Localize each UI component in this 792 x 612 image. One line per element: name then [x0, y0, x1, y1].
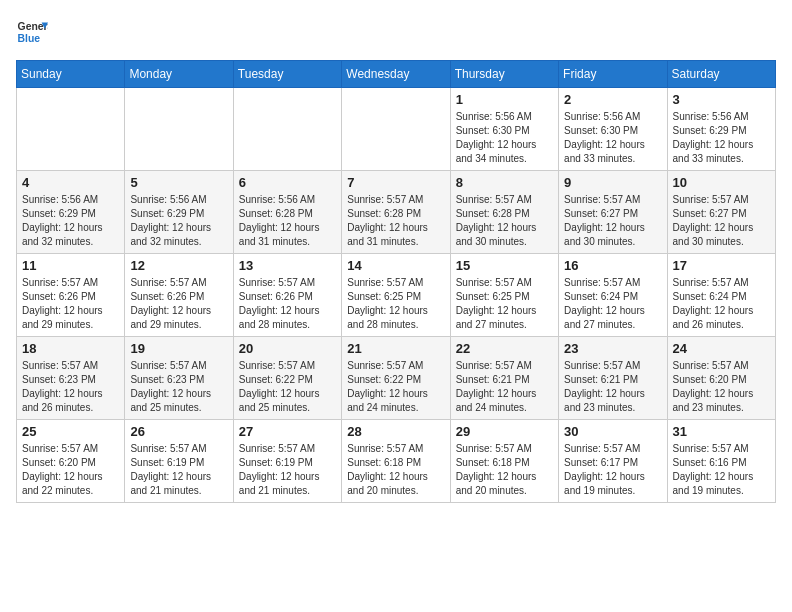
cell-content-day-30: 30Sunrise: 5:57 AMSunset: 6:17 PMDayligh…	[564, 424, 661, 498]
day-number: 30	[564, 424, 661, 439]
day-number: 15	[456, 258, 553, 273]
day-info: Sunrise: 5:57 AMSunset: 6:27 PMDaylight:…	[564, 193, 661, 249]
calendar-cell: 9Sunrise: 5:57 AMSunset: 6:27 PMDaylight…	[559, 171, 667, 254]
header-day-sunday: Sunday	[17, 61, 125, 88]
day-number: 31	[673, 424, 770, 439]
cell-content-day-21: 21Sunrise: 5:57 AMSunset: 6:22 PMDayligh…	[347, 341, 444, 415]
calendar-cell: 23Sunrise: 5:57 AMSunset: 6:21 PMDayligh…	[559, 337, 667, 420]
day-number: 18	[22, 341, 119, 356]
cell-content-day-31: 31Sunrise: 5:57 AMSunset: 6:16 PMDayligh…	[673, 424, 770, 498]
calendar-week-2: 4Sunrise: 5:56 AMSunset: 6:29 PMDaylight…	[17, 171, 776, 254]
day-number: 26	[130, 424, 227, 439]
day-info: Sunrise: 5:57 AMSunset: 6:26 PMDaylight:…	[130, 276, 227, 332]
calendar-cell	[125, 88, 233, 171]
day-info: Sunrise: 5:57 AMSunset: 6:19 PMDaylight:…	[130, 442, 227, 498]
calendar-cell: 28Sunrise: 5:57 AMSunset: 6:18 PMDayligh…	[342, 420, 450, 503]
day-info: Sunrise: 5:57 AMSunset: 6:28 PMDaylight:…	[347, 193, 444, 249]
calendar-cell: 14Sunrise: 5:57 AMSunset: 6:25 PMDayligh…	[342, 254, 450, 337]
cell-content-day-24: 24Sunrise: 5:57 AMSunset: 6:20 PMDayligh…	[673, 341, 770, 415]
cell-content-day-23: 23Sunrise: 5:57 AMSunset: 6:21 PMDayligh…	[564, 341, 661, 415]
calendar-cell: 10Sunrise: 5:57 AMSunset: 6:27 PMDayligh…	[667, 171, 775, 254]
day-info: Sunrise: 5:57 AMSunset: 6:18 PMDaylight:…	[347, 442, 444, 498]
calendar-table: SundayMondayTuesdayWednesdayThursdayFrid…	[16, 60, 776, 503]
header-day-friday: Friday	[559, 61, 667, 88]
day-number: 8	[456, 175, 553, 190]
day-number: 5	[130, 175, 227, 190]
day-number: 24	[673, 341, 770, 356]
cell-content-day-8: 8Sunrise: 5:57 AMSunset: 6:28 PMDaylight…	[456, 175, 553, 249]
day-info: Sunrise: 5:56 AMSunset: 6:29 PMDaylight:…	[22, 193, 119, 249]
calendar-cell: 19Sunrise: 5:57 AMSunset: 6:23 PMDayligh…	[125, 337, 233, 420]
day-info: Sunrise: 5:57 AMSunset: 6:17 PMDaylight:…	[564, 442, 661, 498]
calendar-cell: 3Sunrise: 5:56 AMSunset: 6:29 PMDaylight…	[667, 88, 775, 171]
day-info: Sunrise: 5:56 AMSunset: 6:29 PMDaylight:…	[130, 193, 227, 249]
calendar-cell: 20Sunrise: 5:57 AMSunset: 6:22 PMDayligh…	[233, 337, 341, 420]
calendar-cell	[342, 88, 450, 171]
day-number: 27	[239, 424, 336, 439]
day-number: 29	[456, 424, 553, 439]
day-number: 4	[22, 175, 119, 190]
day-info: Sunrise: 5:57 AMSunset: 6:22 PMDaylight:…	[239, 359, 336, 415]
day-info: Sunrise: 5:56 AMSunset: 6:30 PMDaylight:…	[564, 110, 661, 166]
day-info: Sunrise: 5:57 AMSunset: 6:16 PMDaylight:…	[673, 442, 770, 498]
calendar-cell: 8Sunrise: 5:57 AMSunset: 6:28 PMDaylight…	[450, 171, 558, 254]
day-number: 28	[347, 424, 444, 439]
logo: General Blue	[16, 16, 48, 48]
day-number: 2	[564, 92, 661, 107]
day-info: Sunrise: 5:56 AMSunset: 6:30 PMDaylight:…	[456, 110, 553, 166]
cell-content-day-14: 14Sunrise: 5:57 AMSunset: 6:25 PMDayligh…	[347, 258, 444, 332]
calendar-cell: 17Sunrise: 5:57 AMSunset: 6:24 PMDayligh…	[667, 254, 775, 337]
cell-content-day-19: 19Sunrise: 5:57 AMSunset: 6:23 PMDayligh…	[130, 341, 227, 415]
calendar-header: SundayMondayTuesdayWednesdayThursdayFrid…	[17, 61, 776, 88]
cell-content-day-15: 15Sunrise: 5:57 AMSunset: 6:25 PMDayligh…	[456, 258, 553, 332]
header: General Blue	[16, 16, 776, 48]
day-number: 25	[22, 424, 119, 439]
calendar-cell: 15Sunrise: 5:57 AMSunset: 6:25 PMDayligh…	[450, 254, 558, 337]
header-day-tuesday: Tuesday	[233, 61, 341, 88]
day-number: 21	[347, 341, 444, 356]
day-info: Sunrise: 5:57 AMSunset: 6:21 PMDaylight:…	[564, 359, 661, 415]
cell-content-day-1: 1Sunrise: 5:56 AMSunset: 6:30 PMDaylight…	[456, 92, 553, 166]
day-number: 13	[239, 258, 336, 273]
cell-content-day-27: 27Sunrise: 5:57 AMSunset: 6:19 PMDayligh…	[239, 424, 336, 498]
day-info: Sunrise: 5:57 AMSunset: 6:25 PMDaylight:…	[456, 276, 553, 332]
day-number: 14	[347, 258, 444, 273]
day-number: 1	[456, 92, 553, 107]
header-day-wednesday: Wednesday	[342, 61, 450, 88]
cell-content-day-9: 9Sunrise: 5:57 AMSunset: 6:27 PMDaylight…	[564, 175, 661, 249]
day-info: Sunrise: 5:57 AMSunset: 6:26 PMDaylight:…	[22, 276, 119, 332]
calendar-cell: 21Sunrise: 5:57 AMSunset: 6:22 PMDayligh…	[342, 337, 450, 420]
calendar-week-3: 11Sunrise: 5:57 AMSunset: 6:26 PMDayligh…	[17, 254, 776, 337]
calendar-cell	[233, 88, 341, 171]
calendar-cell: 27Sunrise: 5:57 AMSunset: 6:19 PMDayligh…	[233, 420, 341, 503]
header-day-monday: Monday	[125, 61, 233, 88]
day-info: Sunrise: 5:57 AMSunset: 6:27 PMDaylight:…	[673, 193, 770, 249]
day-number: 22	[456, 341, 553, 356]
calendar-cell: 12Sunrise: 5:57 AMSunset: 6:26 PMDayligh…	[125, 254, 233, 337]
cell-content-day-12: 12Sunrise: 5:57 AMSunset: 6:26 PMDayligh…	[130, 258, 227, 332]
day-info: Sunrise: 5:57 AMSunset: 6:25 PMDaylight:…	[347, 276, 444, 332]
day-info: Sunrise: 5:57 AMSunset: 6:24 PMDaylight:…	[673, 276, 770, 332]
day-number: 3	[673, 92, 770, 107]
day-number: 6	[239, 175, 336, 190]
calendar-cell: 7Sunrise: 5:57 AMSunset: 6:28 PMDaylight…	[342, 171, 450, 254]
cell-content-day-4: 4Sunrise: 5:56 AMSunset: 6:29 PMDaylight…	[22, 175, 119, 249]
day-info: Sunrise: 5:57 AMSunset: 6:26 PMDaylight:…	[239, 276, 336, 332]
calendar-cell: 30Sunrise: 5:57 AMSunset: 6:17 PMDayligh…	[559, 420, 667, 503]
cell-content-day-11: 11Sunrise: 5:57 AMSunset: 6:26 PMDayligh…	[22, 258, 119, 332]
day-info: Sunrise: 5:57 AMSunset: 6:19 PMDaylight:…	[239, 442, 336, 498]
calendar-cell: 24Sunrise: 5:57 AMSunset: 6:20 PMDayligh…	[667, 337, 775, 420]
day-info: Sunrise: 5:57 AMSunset: 6:20 PMDaylight:…	[22, 442, 119, 498]
calendar-cell: 5Sunrise: 5:56 AMSunset: 6:29 PMDaylight…	[125, 171, 233, 254]
day-info: Sunrise: 5:57 AMSunset: 6:18 PMDaylight:…	[456, 442, 553, 498]
cell-content-day-26: 26Sunrise: 5:57 AMSunset: 6:19 PMDayligh…	[130, 424, 227, 498]
day-info: Sunrise: 5:56 AMSunset: 6:29 PMDaylight:…	[673, 110, 770, 166]
calendar-cell: 11Sunrise: 5:57 AMSunset: 6:26 PMDayligh…	[17, 254, 125, 337]
day-info: Sunrise: 5:57 AMSunset: 6:22 PMDaylight:…	[347, 359, 444, 415]
day-info: Sunrise: 5:57 AMSunset: 6:20 PMDaylight:…	[673, 359, 770, 415]
day-number: 11	[22, 258, 119, 273]
day-info: Sunrise: 5:57 AMSunset: 6:23 PMDaylight:…	[22, 359, 119, 415]
svg-text:Blue: Blue	[18, 33, 41, 44]
calendar-week-4: 18Sunrise: 5:57 AMSunset: 6:23 PMDayligh…	[17, 337, 776, 420]
cell-content-day-17: 17Sunrise: 5:57 AMSunset: 6:24 PMDayligh…	[673, 258, 770, 332]
